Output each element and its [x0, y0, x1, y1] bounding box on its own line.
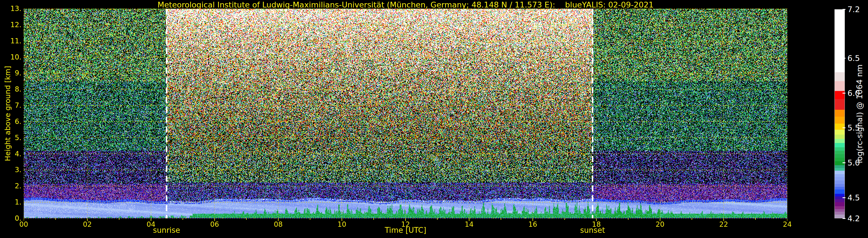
sunset-label: sunset: [580, 226, 605, 235]
x-tick-label: 16: [528, 220, 537, 229]
y-tick-label: 9.: [0, 69, 22, 77]
y-tick-label: 11.: [0, 37, 22, 45]
y-tick-label: 1.: [0, 198, 22, 206]
y-tick-label: 6.: [0, 117, 22, 126]
x-tick-label: 06: [210, 220, 219, 229]
sunrise-label: sunrise: [153, 226, 180, 235]
colorbar-tick-mark: [842, 218, 845, 219]
x-tick-label: 24: [783, 220, 792, 229]
x-tick-label: 08: [274, 220, 283, 229]
y-tick-label: 8.: [0, 85, 22, 93]
x-tick-label: 22: [719, 220, 728, 229]
colorbar: [834, 9, 845, 218]
heatmap-plot-area: [24, 9, 787, 218]
x-axis-title: Time [UTC]: [385, 226, 426, 235]
colorbar-title: log(rc-signal) @ 1064 nm: [855, 9, 868, 218]
colorbar-tick-mark: [842, 9, 845, 10]
y-tick-label: 12.: [0, 21, 22, 29]
y-tick-label: 7.: [0, 101, 22, 109]
x-tick-label: 02: [83, 220, 92, 229]
y-tick-label: 3.: [0, 166, 22, 174]
y-tick-label: 2.: [0, 182, 22, 190]
colorbar-tick-mark: [842, 93, 845, 94]
x-tick-label: 14: [465, 220, 474, 229]
x-tick-label: 00: [20, 220, 28, 229]
lidar-quicklook-page: { "title": "Meteorological Institute of …: [0, 0, 868, 238]
y-tick-label: 4.: [0, 150, 22, 158]
colorbar-tick-mark: [842, 162, 845, 163]
page-title: Meteorological Institute of Ludwig-Maxim…: [24, 0, 787, 9]
colorbar-tick-mark: [842, 197, 845, 198]
colorbar-tick-mark: [842, 127, 845, 128]
y-tick-label: 5.: [0, 134, 22, 142]
grid-overlay-canvas: [24, 9, 787, 223]
y-tick-label: 10.: [0, 53, 22, 61]
y-tick-label: 0.: [0, 214, 22, 223]
y-tick-label: 13.: [0, 5, 22, 13]
x-tick-label: 20: [656, 220, 665, 229]
colorbar-tick-mark: [842, 58, 845, 59]
x-tick-label: 10: [338, 220, 346, 229]
